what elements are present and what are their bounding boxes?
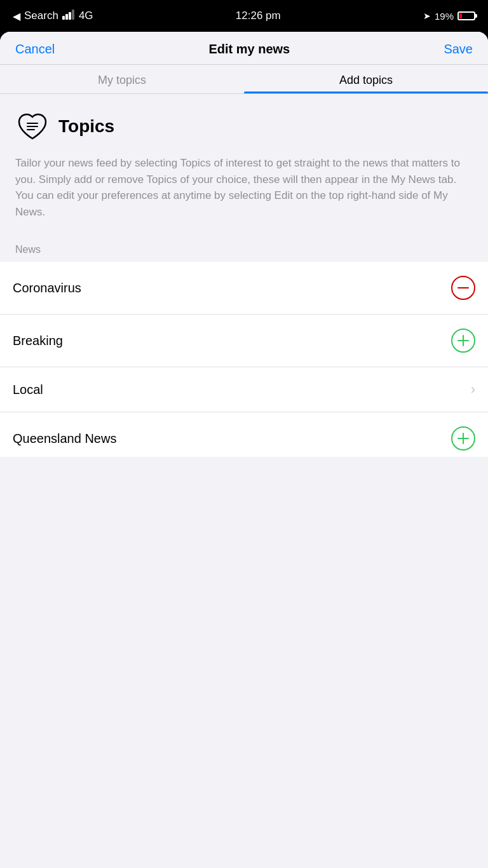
- svg-rect-2: [69, 12, 71, 20]
- topics-heading: Topics: [58, 116, 114, 137]
- tab-my-topics[interactable]: My topics: [0, 65, 244, 93]
- topic-name-queensland: Queensland News: [13, 431, 116, 446]
- content-area: Topics Tailor your news feed by selectin…: [0, 94, 488, 262]
- battery-percent: 19%: [435, 11, 454, 22]
- back-arrow-icon: ◀: [13, 10, 20, 22]
- nav-bar: Cancel Edit my news Save: [0, 32, 488, 65]
- carrier-label: Search: [24, 10, 58, 22]
- status-right: ➤ 19%: [423, 11, 475, 22]
- app-container: Cancel Edit my news Save My topics Add t…: [0, 32, 488, 868]
- status-time: 12:26 pm: [236, 10, 281, 22]
- page-title: Edit my news: [208, 42, 290, 57]
- tab-bar: My topics Add topics: [0, 65, 488, 94]
- topic-name-local: Local: [13, 383, 43, 397]
- topics-description: Tailor your news feed by selecting Topic…: [15, 155, 473, 220]
- cancel-button[interactable]: Cancel: [15, 42, 55, 57]
- topic-name-coronavirus: Coronavirus: [13, 281, 81, 295]
- expand-local-icon: ›: [471, 381, 475, 398]
- topic-row-local[interactable]: Local ›: [0, 367, 488, 412]
- add-breaking-button[interactable]: [451, 329, 475, 353]
- svg-rect-0: [62, 16, 65, 20]
- topic-name-breaking: Breaking: [13, 334, 63, 348]
- topics-heart-icon: [15, 109, 50, 144]
- svg-rect-3: [72, 10, 74, 20]
- status-left: ◀ Search 4G: [13, 10, 93, 23]
- topics-header: Topics: [15, 109, 473, 144]
- network-label: 4G: [79, 10, 93, 22]
- topic-row-queensland[interactable]: Queensland News: [0, 412, 488, 457]
- topics-list: Coronavirus Breaking Local › Queensland …: [0, 262, 488, 457]
- tab-add-topics[interactable]: Add topics: [244, 65, 488, 93]
- topic-row-coronavirus[interactable]: Coronavirus: [0, 262, 488, 315]
- save-button[interactable]: Save: [444, 42, 473, 57]
- location-icon: ➤: [423, 11, 431, 21]
- remove-coronavirus-button[interactable]: [451, 276, 475, 300]
- signal-icon: [62, 10, 75, 23]
- svg-rect-1: [65, 14, 68, 20]
- topic-row-breaking[interactable]: Breaking: [0, 315, 488, 367]
- section-label: News: [15, 238, 473, 262]
- battery-icon: [458, 11, 475, 20]
- status-bar: ◀ Search 4G 12:26 pm ➤ 19%: [0, 0, 488, 32]
- add-queensland-button[interactable]: [451, 426, 475, 451]
